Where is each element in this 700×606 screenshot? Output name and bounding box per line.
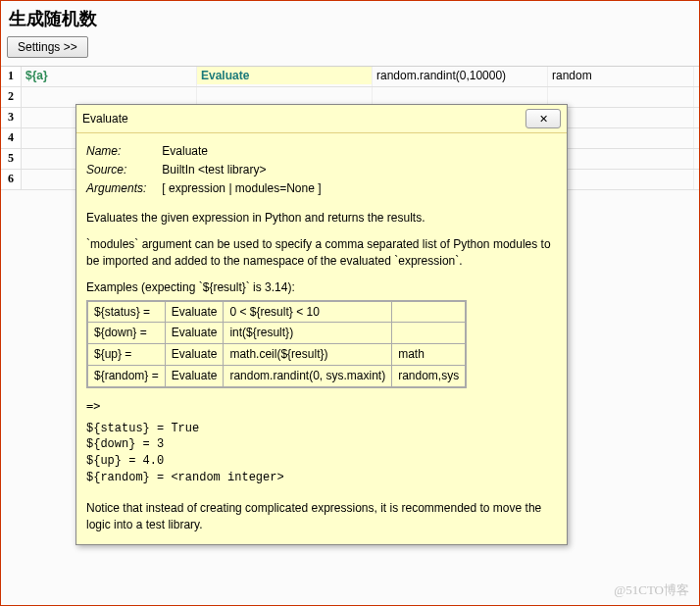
- cell[interactable]: [548, 108, 694, 127]
- table-row: ${random} =Evaluaterandom.randint(0, sys…: [87, 365, 466, 386]
- tooltip-body: Name: Evaluate Source: BuiltIn <test lib…: [76, 133, 567, 544]
- cell-variable[interactable]: ${a}: [25, 69, 48, 82]
- row-number: 4: [1, 128, 22, 148]
- cell-arg2[interactable]: random: [548, 67, 694, 86]
- meta-source-label: Source:: [86, 162, 159, 178]
- cell[interactable]: [548, 87, 694, 107]
- watermark: @51CTO博客: [614, 581, 689, 599]
- table-row: ${up} =Evaluatemath.ceil(${result})math: [87, 344, 466, 366]
- window-frame: g.csdn.net/tulituqi 生成随机数 Settings >> 1 …: [0, 0, 700, 606]
- tooltip-description: Evaluates the given expression in Python…: [86, 210, 557, 269]
- cell[interactable]: [548, 149, 694, 169]
- cell-arg1[interactable]: random.randint(0,10000): [373, 67, 548, 86]
- close-icon: ✕: [539, 113, 548, 126]
- cell[interactable]: [548, 128, 694, 148]
- row-number: 5: [1, 149, 22, 169]
- table-row: ${down} =Evaluateint(${result}): [87, 323, 466, 344]
- row-number: 2: [1, 87, 22, 107]
- row-number: 6: [1, 170, 22, 189]
- row-number: 1: [1, 67, 22, 86]
- page-title: 生成随机数: [1, 1, 699, 32]
- examples-caption: Examples (expecting `${result}` is 3.14)…: [86, 279, 557, 296]
- arrow-separator: =>: [86, 398, 557, 415]
- notice-text: Notice that instead of creating complica…: [86, 500, 557, 533]
- meta-name-label: Name:: [86, 143, 159, 160]
- doc-para2: `modules` argument can be used to specif…: [86, 236, 557, 270]
- tooltip-header: Evaluate ✕: [76, 105, 567, 133]
- examples-table: ${status} =Evaluate0 < ${result} < 10 ${…: [86, 300, 467, 388]
- keyword-doc-tooltip: Evaluate ✕ Name: Evaluate Source: BuiltI…: [75, 104, 568, 545]
- meta-source-value: BuiltIn <test library>: [162, 163, 266, 177]
- example-results: ${status} = True ${down} = 3 ${up} = 4.0…: [86, 421, 557, 486]
- tooltip-title: Evaluate: [82, 112, 128, 126]
- grid-row[interactable]: 1 ${a} Evaluate random.randint(0,10000) …: [1, 67, 699, 87]
- close-button[interactable]: ✕: [525, 109, 561, 128]
- meta-args-label: Arguments:: [86, 180, 159, 197]
- toolbar: Settings >>: [1, 32, 699, 66]
- cell-keyword[interactable]: Evaluate: [197, 67, 372, 84]
- doc-para1: Evaluates the given expression in Python…: [86, 210, 557, 227]
- settings-button[interactable]: Settings >>: [7, 36, 88, 58]
- row-number: 3: [1, 108, 22, 127]
- meta-name-value: Evaluate: [162, 144, 208, 158]
- meta-args-value: [ expression | modules=None ]: [162, 181, 321, 195]
- table-row: ${status} =Evaluate0 < ${result} < 10: [87, 301, 466, 323]
- cell[interactable]: [548, 170, 694, 189]
